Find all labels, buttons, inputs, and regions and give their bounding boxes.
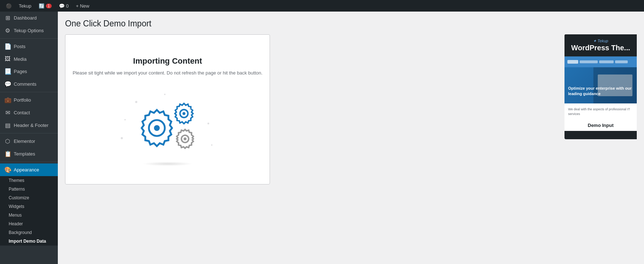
adminbar-site[interactable]: Tekup: [16, 0, 34, 12]
dot-3: [189, 108, 191, 110]
submenu-themes-label: Themes: [9, 178, 24, 183]
dot-7: [211, 144, 212, 146]
demo-label: Demo Input: [564, 120, 637, 131]
side-panel: ✦ Tekup WordPress The...: [564, 34, 637, 139]
side-panel-preview: Optimize your enterprise with our leadin…: [564, 56, 637, 103]
sidebar-item-label: Pages: [14, 69, 27, 74]
submenu-patterns-label: Patterns: [9, 187, 25, 192]
sidebar-item-posts[interactable]: 📄 Posts: [0, 40, 58, 53]
site-name: Tekup: [19, 3, 31, 9]
sidebar-item-templates[interactable]: 📋 Templates: [0, 148, 58, 160]
sidebar-item-label: Appearance: [14, 167, 39, 173]
gear-icon: ⚙: [4, 27, 11, 34]
templates-icon: 📋: [4, 150, 11, 157]
menu-separator: [0, 38, 58, 39]
import-title: Importing Content: [133, 56, 202, 66]
submenu-import-demo-label: Import Demo Data: [9, 239, 46, 244]
comments-icon: 💬: [59, 3, 65, 9]
comments-menu-icon: 💬: [4, 81, 11, 88]
sidebar-item-label: Templates: [14, 151, 35, 157]
gears-svg: [132, 97, 204, 155]
submenu-header[interactable]: Header: [0, 220, 58, 228]
sidebar-item-tekup-options[interactable]: ⚙ Tekup Options: [0, 24, 58, 37]
sidebar-item-label: Elementor: [14, 139, 35, 144]
pages-icon: 📃: [4, 68, 11, 75]
sidebar: ⊞ Dashboard ⚙ Tekup Options 📄 Posts 🖼 Me…: [0, 12, 58, 264]
appearance-submenu: Themes Patterns Customize Widgets Menus …: [0, 176, 58, 246]
portfolio-icon: 💼: [4, 97, 11, 103]
adminbar-comments[interactable]: 💬 0: [56, 0, 72, 12]
submenu-header-label: Header: [9, 221, 23, 226]
svg-point-3: [183, 112, 185, 115]
side-panel-footer-text: We deal with the aspects of professional…: [568, 107, 633, 116]
menu-separator-3: [0, 133, 58, 133]
new-label: + New: [76, 3, 89, 9]
menu-separator-2: [0, 92, 58, 92]
page-title: One Click Demo Import: [65, 19, 637, 29]
sidebar-item-pages[interactable]: 📃 Pages: [0, 65, 58, 78]
import-subtitle: Please sit tight while we import your co…: [73, 70, 262, 76]
svg-point-5: [184, 137, 186, 140]
side-panel-title: WordPress The...: [569, 43, 632, 52]
adminbar-new[interactable]: + New: [73, 0, 92, 12]
sidebar-item-media[interactable]: 🖼 Media: [0, 53, 58, 65]
submenu-customize-label: Customize: [9, 195, 29, 200]
updates-icon: 🔄: [39, 3, 44, 9]
submenu-import-demo[interactable]: Import Demo Data: [0, 237, 58, 246]
dashboard-icon: ⊞: [4, 14, 11, 21]
media-icon: 🖼: [4, 56, 11, 62]
sidebar-item-appearance[interactable]: 🎨 Appearance: [0, 163, 58, 176]
sidebar-item-label: Contact: [14, 110, 30, 115]
dot-4: [124, 119, 126, 120]
sidebar-item-portfolio[interactable]: 💼 Portfolio: [0, 94, 58, 106]
svg-point-1: [154, 125, 160, 131]
updates-badge: 1: [46, 4, 52, 8]
sidebar-item-label: Posts: [14, 44, 26, 49]
sidebar-item-dashboard[interactable]: ⊞ Dashboard: [0, 12, 58, 24]
sidebar-item-elementor[interactable]: ⬡ Elementor: [0, 135, 58, 148]
side-panel-footer: We deal with the aspects of professional…: [564, 103, 637, 120]
elementor-icon: ⬡: [4, 138, 11, 145]
submenu-background-label: Background: [9, 230, 32, 235]
preview-text: Optimize your enterprise with our leadin…: [568, 86, 633, 96]
posts-icon: 📄: [4, 43, 11, 50]
side-panel-header: ✦ Tekup WordPress The...: [564, 34, 637, 56]
menu-separator-4: [0, 162, 58, 162]
adminbar-updates[interactable]: 🔄 1: [36, 0, 55, 12]
comments-count: 0: [66, 3, 69, 9]
sidebar-item-label: Portfolio: [14, 97, 31, 103]
dot-6: [121, 137, 123, 139]
submenu-customize[interactable]: Customize: [0, 193, 58, 202]
dot-5: [207, 123, 209, 124]
sidebar-item-contact[interactable]: ✉ Contact: [0, 106, 58, 119]
adminbar-logo[interactable]: ⚫: [3, 0, 14, 12]
dot-2: [164, 94, 166, 95]
submenu-menus[interactable]: Menus: [0, 211, 58, 220]
submenu-background[interactable]: Background: [0, 228, 58, 237]
contact-icon: ✉: [4, 109, 11, 116]
wp-logo-icon: ⚫: [6, 3, 12, 9]
header-footer-icon: ▤: [4, 122, 11, 129]
preview-overlay: Optimize your enterprise with our leadin…: [568, 86, 633, 96]
main-content: One Click Demo Import Importing Content …: [58, 12, 644, 264]
side-panel-logo: ✦ Tekup: [569, 39, 632, 43]
sidebar-item-comments[interactable]: 💬 Comments: [0, 78, 58, 90]
submenu-widgets-label: Widgets: [9, 204, 24, 209]
sidebar-item-label: Media: [14, 56, 26, 62]
import-box: Importing Content Please sit tight while…: [65, 34, 270, 184]
submenu-menus-label: Menus: [9, 213, 22, 218]
sidebar-item-label: Tekup Options: [14, 28, 44, 33]
gear-shadow: [142, 162, 193, 166]
appearance-icon: 🎨: [4, 166, 11, 173]
submenu-themes[interactable]: Themes: [0, 176, 58, 185]
submenu-widgets[interactable]: Widgets: [0, 202, 58, 211]
sidebar-item-header-footer[interactable]: ▤ Header & Footer: [0, 119, 58, 132]
sidebar-item-label: Header & Footer: [14, 123, 48, 128]
gears-animation: [113, 90, 222, 162]
submenu-patterns[interactable]: Patterns: [0, 185, 58, 193]
dot-1: [135, 101, 137, 103]
sidebar-item-label: Comments: [14, 81, 37, 87]
sidebar-item-label: Dashboard: [14, 15, 37, 21]
admin-bar: ⚫ Tekup 🔄 1 💬 0 + New: [0, 0, 644, 12]
